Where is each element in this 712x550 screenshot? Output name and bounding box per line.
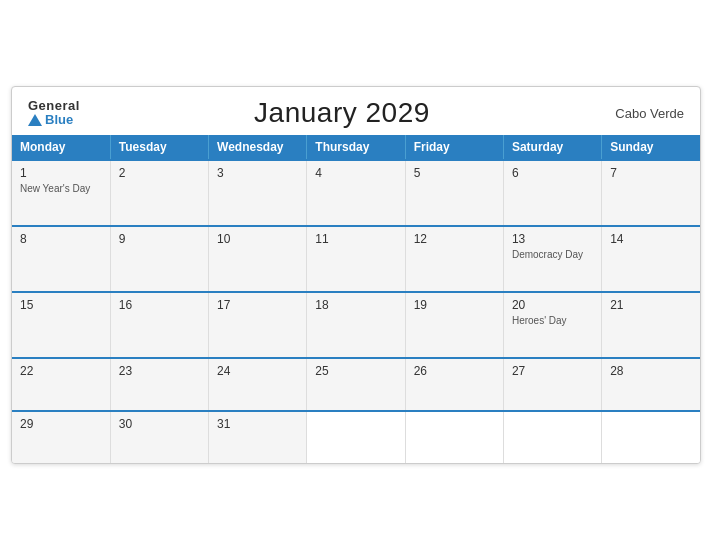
day-number: 20 [512,298,593,312]
weekday-header-wednesday: Wednesday [209,135,307,160]
week-row-4: 22232425262728 [12,358,700,411]
day-number: 2 [119,166,200,180]
calendar-header: General Blue January 2029 Cabo Verde [12,87,700,135]
day-number: 13 [512,232,593,246]
calendar-cell: 27 [503,358,601,411]
calendar-cell [503,411,601,463]
day-event: New Year's Day [20,182,102,195]
calendar-table: MondayTuesdayWednesdayThursdayFridaySatu… [12,135,700,463]
day-number: 19 [414,298,495,312]
calendar-body: 1New Year's Day2345678910111213Democracy… [12,160,700,463]
week-row-3: 151617181920Heroes' Day21 [12,292,700,358]
calendar-cell [405,411,503,463]
calendar-cell: 8 [12,226,110,292]
day-number: 8 [20,232,102,246]
weekday-header-thursday: Thursday [307,135,405,160]
calendar-cell: 22 [12,358,110,411]
day-number: 7 [610,166,692,180]
day-number: 12 [414,232,495,246]
country-label: Cabo Verde [604,106,684,121]
logo-general-text: General [28,99,80,113]
calendar-cell: 31 [209,411,307,463]
week-row-2: 8910111213Democracy Day14 [12,226,700,292]
calendar-cell: 7 [602,160,700,226]
day-number: 29 [20,417,102,431]
day-number: 9 [119,232,200,246]
calendar-cell: 23 [110,358,208,411]
day-number: 11 [315,232,396,246]
week-row-1: 1New Year's Day234567 [12,160,700,226]
calendar-cell: 11 [307,226,405,292]
day-number: 10 [217,232,298,246]
day-number: 24 [217,364,298,378]
calendar-cell: 18 [307,292,405,358]
weekday-header-sunday: Sunday [602,135,700,160]
calendar-cell: 2 [110,160,208,226]
day-number: 5 [414,166,495,180]
calendar-thead: MondayTuesdayWednesdayThursdayFridaySatu… [12,135,700,160]
calendar-container: General Blue January 2029 Cabo Verde Mon… [11,86,701,464]
calendar-cell: 9 [110,226,208,292]
day-number: 17 [217,298,298,312]
calendar-cell: 13Democracy Day [503,226,601,292]
day-number: 22 [20,364,102,378]
calendar-cell: 4 [307,160,405,226]
day-number: 3 [217,166,298,180]
calendar-cell: 16 [110,292,208,358]
calendar-cell: 6 [503,160,601,226]
day-number: 21 [610,298,692,312]
calendar-cell: 19 [405,292,503,358]
calendar-cell: 26 [405,358,503,411]
calendar-cell: 20Heroes' Day [503,292,601,358]
day-event: Heroes' Day [512,314,593,327]
calendar-cell: 25 [307,358,405,411]
day-number: 31 [217,417,298,431]
day-number: 30 [119,417,200,431]
day-number: 14 [610,232,692,246]
day-number: 1 [20,166,102,180]
day-number: 28 [610,364,692,378]
day-number: 4 [315,166,396,180]
weekday-header-monday: Monday [12,135,110,160]
calendar-cell: 1New Year's Day [12,160,110,226]
calendar-cell [602,411,700,463]
calendar-cell: 14 [602,226,700,292]
day-number: 15 [20,298,102,312]
calendar-cell: 12 [405,226,503,292]
logo-blue-text: Blue [28,113,80,127]
weekday-header-row: MondayTuesdayWednesdayThursdayFridaySatu… [12,135,700,160]
day-number: 23 [119,364,200,378]
day-event: Democracy Day [512,248,593,261]
calendar-cell [307,411,405,463]
calendar-cell: 28 [602,358,700,411]
calendar-cell: 15 [12,292,110,358]
logo-triangle-icon [28,114,42,126]
day-number: 16 [119,298,200,312]
weekday-header-friday: Friday [405,135,503,160]
calendar-cell: 29 [12,411,110,463]
calendar-cell: 17 [209,292,307,358]
calendar-cell: 30 [110,411,208,463]
day-number: 6 [512,166,593,180]
weekday-header-saturday: Saturday [503,135,601,160]
calendar-title: January 2029 [80,97,604,129]
calendar-cell: 10 [209,226,307,292]
calendar-cell: 5 [405,160,503,226]
calendar-cell: 3 [209,160,307,226]
day-number: 18 [315,298,396,312]
day-number: 26 [414,364,495,378]
calendar-cell: 21 [602,292,700,358]
week-row-5: 293031 [12,411,700,463]
calendar-cell: 24 [209,358,307,411]
day-number: 27 [512,364,593,378]
day-number: 25 [315,364,396,378]
logo: General Blue [28,99,80,128]
weekday-header-tuesday: Tuesday [110,135,208,160]
